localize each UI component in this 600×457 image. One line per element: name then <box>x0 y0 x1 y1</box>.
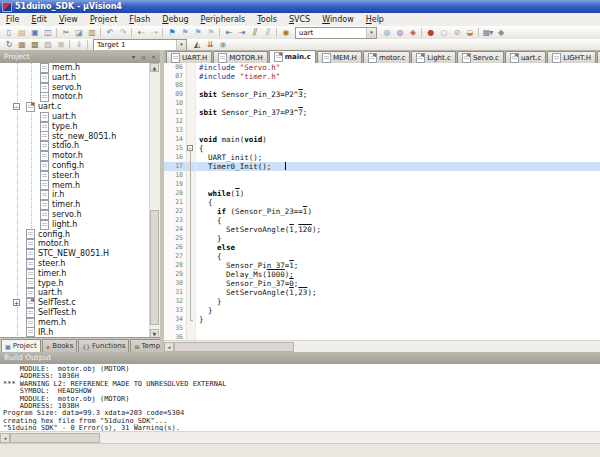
menu-debug[interactable]: Debug <box>156 14 194 26</box>
code-line-22[interactable]: 22 if (Sensor_Pin_23==1) <box>164 207 600 216</box>
tree-item-steer-h[interactable]: steer.h <box>0 171 150 181</box>
menu-project[interactable]: Project <box>84 14 123 26</box>
tab-motor-c[interactable]: motor.c <box>363 51 410 63</box>
toggle-bookmark-icon[interactable]: ⚑ <box>165 27 178 38</box>
incremental-find-icon[interactable]: ◍ <box>393 27 406 38</box>
open-folder-icon[interactable]: ▤ <box>15 27 28 38</box>
code-line-19[interactable]: 19 <box>164 180 600 189</box>
tree-item-uart-h[interactable]: uart.h <box>0 112 150 122</box>
disable-all-breakpoints-icon[interactable]: ◒ <box>463 27 476 38</box>
tab-main-c[interactable]: main.c <box>269 50 316 63</box>
insert-breakpoint-icon[interactable]: ● <box>424 27 437 38</box>
window-layout-dropdown-icon[interactable]: ▦▾ <box>481 27 494 38</box>
kill-all-breakpoints-icon[interactable]: ⊘ <box>450 27 463 38</box>
build-output-log[interactable]: MODULE: motor.obj (MOTOR) ADDRESS: 1036H… <box>0 364 600 432</box>
panel-float-icon[interactable]: ▫ <box>139 52 148 61</box>
code-line-12[interactable]: 12 <box>164 117 600 126</box>
tree-item-ir-h[interactable]: IR.h <box>0 328 150 338</box>
rebuild-all-icon[interactable]: ▩ <box>28 40 41 50</box>
options-for-target-icon[interactable]: ◭ <box>190 40 203 50</box>
code-line-21[interactable]: 21 { <box>164 198 600 207</box>
tree-item-stc-new-8051-h[interactable]: stc_new_8051.h <box>0 132 150 142</box>
menu-help[interactable]: Help <box>360 14 390 26</box>
code-line-18[interactable]: 18 <box>164 171 600 180</box>
translate-file-icon[interactable]: ↻ <box>2 40 15 50</box>
clear-bookmarks-icon[interactable]: ⚑ <box>204 27 217 38</box>
panel-close-icon[interactable]: × <box>149 52 158 61</box>
chevron-down-icon[interactable]: ▾ <box>176 40 186 50</box>
tree-item-config-h[interactable]: config.h <box>0 230 150 240</box>
code-line-9[interactable]: 09sbit Sensor_Pin_23=P2^3; <box>164 90 600 99</box>
tree-item-servo-h[interactable]: servo.h <box>0 83 150 93</box>
menu-tools[interactable]: Tools <box>251 14 283 26</box>
tab-servo-c[interactable]: Servo.c <box>457 51 504 63</box>
code-line-32[interactable]: 32 } <box>164 297 600 306</box>
build-output-scrollbar[interactable]: ◂ <box>0 431 600 443</box>
cut-icon[interactable]: ✂ <box>59 27 72 38</box>
tree-item-selftest-h[interactable]: SelfTest.h <box>0 308 150 318</box>
code-line-25[interactable]: 25 } <box>164 234 600 243</box>
undo-icon[interactable]: ↶ <box>103 27 116 38</box>
expander-plus-icon[interactable]: + <box>13 299 20 306</box>
code-line-26[interactable]: 26 else <box>164 243 600 252</box>
download-icon[interactable]: ⇓ <box>72 40 85 50</box>
editor-horizontal-scrollbar[interactable]: ◂ <box>164 340 600 352</box>
tree-item-motor-h[interactable]: motor.h <box>0 151 150 161</box>
tab-uart-h[interactable]: UART.H <box>166 51 212 63</box>
tree-item-light-h[interactable]: light.h <box>0 220 150 230</box>
code-line-17[interactable]: 17 Timer0_Init(); <box>164 162 600 171</box>
scrollbar-thumb[interactable] <box>174 342 294 352</box>
panel-tab-project[interactable]: ▦Project <box>1 339 41 352</box>
unindent-icon[interactable]: ⇤ <box>222 27 235 38</box>
tree-item-type-h[interactable]: type.h <box>0 279 150 289</box>
redo-icon[interactable]: ↷ <box>116 27 129 38</box>
build-icon[interactable]: ▦ <box>15 40 28 50</box>
prev-bookmark-icon[interactable]: ⚑ <box>178 27 191 38</box>
debug-session-icon[interactable]: ◉ <box>216 40 229 50</box>
tree-item-type-h[interactable]: type.h <box>0 122 150 132</box>
tree-item-motor-h[interactable]: motor.h <box>0 92 150 102</box>
uncomment-icon[interactable]: // <box>261 27 274 38</box>
save-all-icon[interactable]: ◫ <box>41 27 54 38</box>
code-line-28[interactable]: 28 Sensor_Pin_37=1; <box>164 261 600 270</box>
code-line-14[interactable]: 14void main(void) <box>164 135 600 144</box>
stop-build-icon[interactable]: ◼ <box>54 40 67 50</box>
find-next-icon[interactable]: ◈ <box>406 27 419 38</box>
batch-build-icon[interactable]: ▨ <box>41 40 54 50</box>
code-line-29[interactable]: 29 Delay_Ms(1000); <box>164 270 600 279</box>
tree-item-motor-h[interactable]: motor.h <box>0 239 150 249</box>
next-bookmark-icon[interactable]: ⚑ <box>191 27 204 38</box>
code-line-31[interactable]: 31 SetServoAngle(1,23); <box>164 288 600 297</box>
tree-item-uart-c[interactable]: −uart.c <box>0 102 150 112</box>
tree-item-config-h[interactable]: config.h <box>0 161 150 171</box>
scroll-left-icon[interactable]: ◂ <box>164 342 174 352</box>
navigate-back-icon[interactable]: ⇠ <box>134 27 147 38</box>
find-combobox[interactable]: uart▾ <box>295 27 377 39</box>
tab-light-h[interactable]: LIGHT.H <box>547 51 596 63</box>
code-line-20[interactable]: 20 while(1) <box>164 189 600 198</box>
menu-edit[interactable]: Edit <box>25 14 53 26</box>
tree-scrollbar[interactable]: ▲ ▼ <box>149 63 160 338</box>
scrollbar-thumb[interactable] <box>10 433 100 443</box>
menu-view[interactable]: View <box>53 14 84 26</box>
tree-item-servo-h[interactable]: servo.h <box>0 210 150 220</box>
comment-icon[interactable]: // <box>248 27 261 38</box>
code-line-24[interactable]: 24 SetServoAngle(1,120); <box>164 225 600 234</box>
tab-mem-h[interactable]: MEM.H <box>317 51 362 63</box>
disable-breakpoint-icon[interactable]: ○ <box>437 27 450 38</box>
code-editor[interactable]: 06#include "Servo.h"07#include "timer.h"… <box>164 63 600 341</box>
code-line-13[interactable]: 13 <box>164 126 600 135</box>
find-in-files-icon[interactable]: ◉ <box>279 27 292 38</box>
code-line-35[interactable]: 35 <box>164 324 600 333</box>
code-line-8[interactable]: 08 <box>164 81 600 90</box>
configure-tools-icon[interactable]: ◆ <box>494 27 507 38</box>
tab-motor-h[interactable]: MOTOR.H <box>213 51 267 63</box>
code-line-23[interactable]: 23 { <box>164 216 600 225</box>
tree-item-mem-h[interactable]: mem.h <box>0 63 150 73</box>
scroll-up-icon[interactable]: ▲ <box>150 63 159 72</box>
copy-icon[interactable]: ◪ <box>72 27 85 38</box>
new-file-icon[interactable]: ▯ <box>2 27 15 38</box>
tree-item-mem-h[interactable]: mem.h <box>0 181 150 191</box>
scroll-left-icon[interactable]: ◂ <box>0 433 10 443</box>
tab-light-c[interactable]: Light.c <box>411 51 456 63</box>
